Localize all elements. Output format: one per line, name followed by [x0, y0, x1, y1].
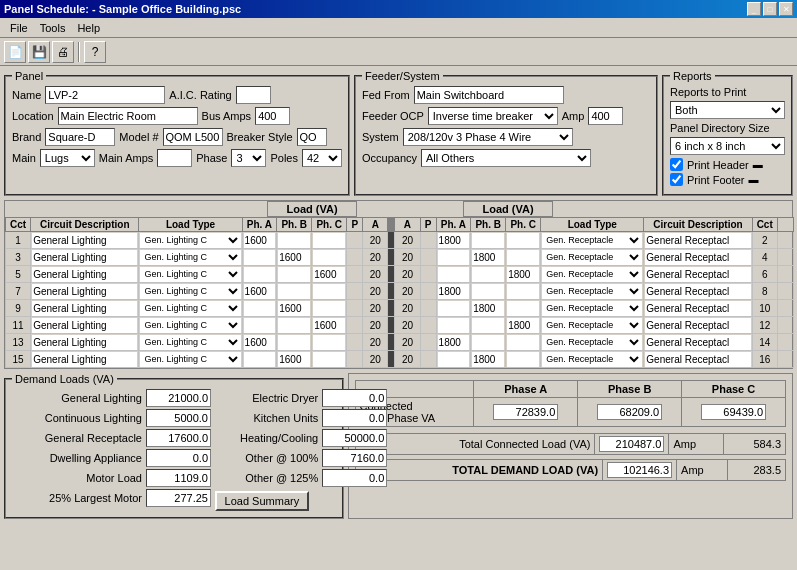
menu-tools[interactable]: Tools	[34, 20, 72, 36]
cell-6-2[interactable]: Gen. Lighting C	[139, 334, 242, 351]
main-amps-input[interactable]	[157, 149, 192, 167]
circuit-input-0-5[interactable]	[313, 233, 345, 248]
cell-0-2[interactable]: Gen. Lighting C	[139, 232, 242, 249]
rcircuit-input-4-3[interactable]	[472, 301, 504, 316]
panel-name-input[interactable]	[45, 86, 165, 104]
rcircuit-input-1-6[interactable]	[645, 250, 750, 265]
phase-b-input[interactable]	[597, 404, 662, 420]
rcircuit-select-0-5[interactable]: Gen. Receptacle	[542, 233, 642, 248]
circuit-input-1-4[interactable]	[278, 250, 310, 265]
rcircuit-input-3-4[interactable]	[507, 284, 539, 299]
bus-amps-input[interactable]	[255, 107, 290, 125]
demand-dryer-value[interactable]	[322, 389, 387, 407]
circuit-input-2-5[interactable]	[313, 267, 345, 282]
rcell-4-3[interactable]	[471, 300, 506, 317]
load-summary-button[interactable]: Load Summary	[215, 491, 310, 511]
cell-3-2[interactable]: Gen. Lighting C	[139, 283, 242, 300]
circuit-input-0-4[interactable]	[278, 233, 310, 248]
rcircuit-input-3-2[interactable]	[438, 284, 470, 299]
print-footer-checkbox[interactable]	[670, 173, 683, 186]
menu-file[interactable]: File	[4, 20, 34, 36]
system-select[interactable]: 208/120v 3 Phase 4 Wire	[403, 128, 573, 146]
rcircuit-input-6-4[interactable]	[507, 335, 539, 350]
rcell-0-5[interactable]: Gen. Receptacle	[541, 232, 644, 249]
feeder-ocp-select[interactable]: Inverse time breaker	[428, 107, 558, 125]
circuit-input-6-4[interactable]	[278, 335, 310, 350]
rcircuit-select-6-5[interactable]: Gen. Receptacle	[542, 335, 642, 350]
reports-to-print-select[interactable]: Both	[670, 101, 785, 119]
cell-2-5[interactable]	[312, 266, 347, 283]
cell-0-1[interactable]	[31, 232, 139, 249]
rcell-2-4[interactable]	[506, 266, 541, 283]
rcircuit-input-0-2[interactable]	[438, 233, 470, 248]
circuit-input-3-5[interactable]	[313, 284, 345, 299]
rcell-7-5[interactable]: Gen. Receptacle	[541, 351, 644, 368]
cell-1-1[interactable]	[31, 249, 139, 266]
rcell-2-5[interactable]: Gen. Receptacle	[541, 266, 644, 283]
model-input[interactable]	[163, 128, 223, 146]
rcircuit-select-7-5[interactable]: Gen. Receptacle	[542, 352, 642, 367]
rcell-5-6[interactable]	[644, 317, 752, 334]
circuit-input-5-4[interactable]	[278, 318, 310, 333]
total-connected-input[interactable]	[599, 436, 664, 452]
new-button[interactable]: 📄	[4, 41, 26, 63]
circuit-input-7-5[interactable]	[313, 352, 345, 367]
cell-4-2[interactable]: Gen. Lighting C	[139, 300, 242, 317]
menu-help[interactable]: Help	[71, 20, 106, 36]
rcell-6-2[interactable]	[436, 334, 471, 351]
circuit-input-2-4[interactable]	[278, 267, 310, 282]
close-button[interactable]: ✕	[779, 2, 793, 16]
rcircuit-input-5-3[interactable]	[472, 318, 504, 333]
cell-3-3[interactable]	[242, 283, 277, 300]
rcell-5-4[interactable]	[506, 317, 541, 334]
rcircuit-input-1-2[interactable]	[438, 250, 470, 265]
circuit-select-7-2[interactable]: Gen. Lighting C	[140, 352, 240, 367]
cell-5-1[interactable]	[31, 317, 139, 334]
circuit-input-5-1[interactable]	[32, 318, 137, 333]
cell-0-3[interactable]	[242, 232, 277, 249]
panel-dir-size-select[interactable]: 6 inch x 8 inch	[670, 137, 785, 155]
breaker-style-input[interactable]	[297, 128, 327, 146]
rcircuit-input-6-2[interactable]	[438, 335, 470, 350]
rcircuit-input-2-3[interactable]	[472, 267, 504, 282]
rcell-3-6[interactable]	[644, 283, 752, 300]
rcell-1-6[interactable]	[644, 249, 752, 266]
rcircuit-input-7-6[interactable]	[645, 352, 750, 367]
minimize-button[interactable]: _	[747, 2, 761, 16]
rcell-1-3[interactable]	[471, 249, 506, 266]
cell-6-1[interactable]	[31, 334, 139, 351]
circuit-input-2-1[interactable]	[32, 267, 137, 282]
maximize-button[interactable]: □	[763, 2, 777, 16]
rcell-0-6[interactable]	[644, 232, 752, 249]
rcircuit-input-1-3[interactable]	[472, 250, 504, 265]
cell-5-2[interactable]: Gen. Lighting C	[139, 317, 242, 334]
brand-input[interactable]	[45, 128, 115, 146]
total-demand-input[interactable]	[607, 462, 672, 478]
cell-1-2[interactable]: Gen. Lighting C	[139, 249, 242, 266]
rcircuit-input-4-2[interactable]	[438, 301, 470, 316]
cell-2-1[interactable]	[31, 266, 139, 283]
rcircuit-input-4-4[interactable]	[507, 301, 539, 316]
rcell-1-5[interactable]: Gen. Receptacle	[541, 249, 644, 266]
circuit-input-7-4[interactable]	[278, 352, 310, 367]
rcircuit-input-2-6[interactable]	[645, 267, 750, 282]
circuit-input-4-3[interactable]	[244, 301, 276, 316]
rcircuit-input-4-6[interactable]	[645, 301, 750, 316]
cell-5-5[interactable]	[312, 317, 347, 334]
rcell-7-3[interactable]	[471, 351, 506, 368]
rcircuit-input-0-4[interactable]	[507, 233, 539, 248]
circuit-input-1-3[interactable]	[244, 250, 276, 265]
location-input[interactable]	[58, 107, 198, 125]
poles-select[interactable]: 42	[302, 149, 342, 167]
circuit-select-5-2[interactable]: Gen. Lighting C	[140, 318, 240, 333]
cell-4-4[interactable]	[277, 300, 312, 317]
circuit-input-7-3[interactable]	[244, 352, 276, 367]
circuit-input-5-5[interactable]	[313, 318, 345, 333]
circuit-input-0-3[interactable]	[244, 233, 276, 248]
circuit-input-1-5[interactable]	[313, 250, 345, 265]
circuit-input-7-1[interactable]	[32, 352, 137, 367]
circuit-select-2-2[interactable]: Gen. Lighting C	[140, 267, 240, 282]
circuit-select-4-2[interactable]: Gen. Lighting C	[140, 301, 240, 316]
rcell-7-6[interactable]	[644, 351, 752, 368]
main-select[interactable]: Lugs	[40, 149, 95, 167]
